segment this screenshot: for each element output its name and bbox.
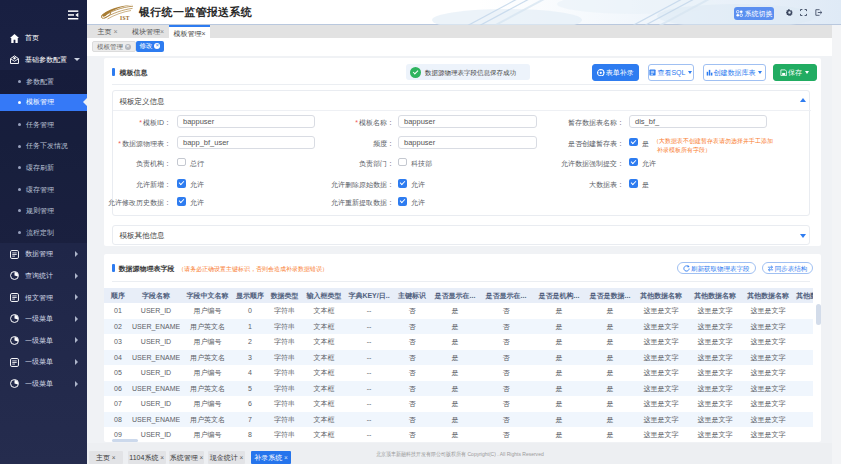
svg-text:IST: IST (120, 15, 130, 21)
